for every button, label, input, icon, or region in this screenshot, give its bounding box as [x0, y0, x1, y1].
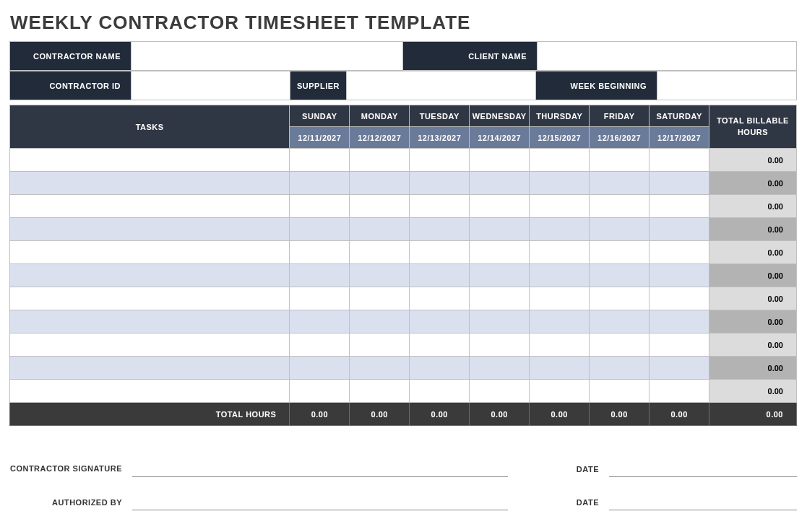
hours-cell[interactable] [590, 195, 650, 218]
hours-cell[interactable] [530, 264, 590, 287]
task-cell[interactable] [10, 264, 290, 287]
hours-cell[interactable] [650, 218, 709, 241]
hours-cell[interactable] [410, 264, 470, 287]
task-cell[interactable] [10, 195, 290, 218]
hours-cell[interactable] [290, 380, 350, 403]
date-line-2[interactable] [609, 476, 797, 510]
task-cell[interactable] [10, 241, 290, 264]
hours-cell[interactable] [470, 241, 530, 264]
hours-cell[interactable] [350, 172, 410, 195]
hours-cell[interactable] [290, 218, 350, 241]
hours-cell[interactable] [350, 195, 410, 218]
hours-cell[interactable] [590, 380, 650, 403]
hours-cell[interactable] [290, 264, 350, 287]
hours-cell[interactable] [410, 333, 470, 357]
grand-total: 0.00 [709, 403, 797, 426]
task-cell[interactable] [10, 149, 290, 172]
hours-cell[interactable] [530, 149, 590, 172]
hours-cell[interactable] [470, 264, 530, 287]
hours-cell[interactable] [290, 241, 350, 264]
hours-cell[interactable] [470, 380, 530, 403]
hours-cell[interactable] [470, 149, 530, 172]
hours-cell[interactable] [350, 264, 410, 287]
hours-cell[interactable] [590, 149, 650, 172]
hours-cell[interactable] [590, 241, 650, 264]
hours-cell[interactable] [530, 380, 590, 403]
hours-cell[interactable] [350, 333, 410, 357]
hours-cell[interactable] [650, 310, 709, 333]
hours-cell[interactable] [410, 357, 470, 380]
hours-cell[interactable] [410, 380, 470, 403]
hours-cell[interactable] [650, 357, 709, 380]
hours-cell[interactable] [530, 172, 590, 195]
hours-cell[interactable] [410, 172, 470, 195]
hours-cell[interactable] [410, 310, 470, 333]
hours-cell[interactable] [590, 287, 650, 310]
hours-cell[interactable] [410, 149, 470, 172]
task-cell[interactable] [10, 380, 290, 403]
hours-cell[interactable] [530, 310, 590, 333]
task-cell[interactable] [10, 218, 290, 241]
row-total: 0.00 [709, 357, 797, 380]
hours-cell[interactable] [470, 218, 530, 241]
client-name-field[interactable] [538, 42, 797, 71]
hours-cell[interactable] [650, 149, 709, 172]
hours-cell[interactable] [650, 380, 709, 403]
week-begin-field[interactable] [657, 71, 797, 100]
hours-cell[interactable] [530, 241, 590, 264]
hours-cell[interactable] [590, 218, 650, 241]
hours-cell[interactable] [590, 357, 650, 380]
hours-cell[interactable] [650, 195, 709, 218]
hours-cell[interactable] [650, 172, 709, 195]
hours-cell[interactable] [650, 241, 709, 264]
hours-cell[interactable] [590, 264, 650, 287]
date-line-1[interactable] [609, 443, 797, 476]
task-cell[interactable] [10, 333, 290, 357]
hours-cell[interactable] [290, 333, 350, 357]
contractor-name-field[interactable] [131, 42, 403, 71]
hours-cell[interactable] [350, 241, 410, 264]
hours-cell[interactable] [590, 310, 650, 333]
hours-cell[interactable] [350, 287, 410, 310]
hours-cell[interactable] [530, 287, 590, 310]
task-cell[interactable] [10, 172, 290, 195]
hours-cell[interactable] [290, 357, 350, 380]
hours-cell[interactable] [290, 172, 350, 195]
hours-cell[interactable] [350, 357, 410, 380]
hours-cell[interactable] [530, 357, 590, 380]
hours-cell[interactable] [410, 287, 470, 310]
contractor-id-field[interactable] [131, 71, 290, 100]
hours-cell[interactable] [470, 333, 530, 357]
hours-cell[interactable] [290, 149, 350, 172]
hours-cell[interactable] [470, 287, 530, 310]
task-cell[interactable] [10, 287, 290, 310]
hours-cell[interactable] [350, 149, 410, 172]
hours-cell[interactable] [590, 172, 650, 195]
hours-cell[interactable] [530, 195, 590, 218]
hours-cell[interactable] [290, 195, 350, 218]
hours-cell[interactable] [470, 310, 530, 333]
row-total: 0.00 [709, 195, 797, 218]
hours-cell[interactable] [650, 333, 709, 357]
hours-cell[interactable] [470, 357, 530, 380]
hours-cell[interactable] [410, 241, 470, 264]
task-cell[interactable] [10, 357, 290, 380]
supplier-field[interactable] [347, 71, 536, 100]
hours-cell[interactable] [650, 287, 709, 310]
hours-cell[interactable] [350, 218, 410, 241]
hours-cell[interactable] [350, 380, 410, 403]
hours-cell[interactable] [650, 264, 709, 287]
hours-cell[interactable] [590, 333, 650, 357]
task-cell[interactable] [10, 310, 290, 333]
hours-cell[interactable] [350, 310, 410, 333]
hours-cell[interactable] [290, 287, 350, 310]
hours-cell[interactable] [470, 172, 530, 195]
authorized-by-line[interactable] [132, 476, 508, 510]
hours-cell[interactable] [410, 218, 470, 241]
hours-cell[interactable] [410, 195, 470, 218]
hours-cell[interactable] [530, 218, 590, 241]
hours-cell[interactable] [530, 333, 590, 357]
hours-cell[interactable] [290, 310, 350, 333]
contractor-signature-line[interactable] [132, 443, 508, 476]
hours-cell[interactable] [470, 195, 530, 218]
